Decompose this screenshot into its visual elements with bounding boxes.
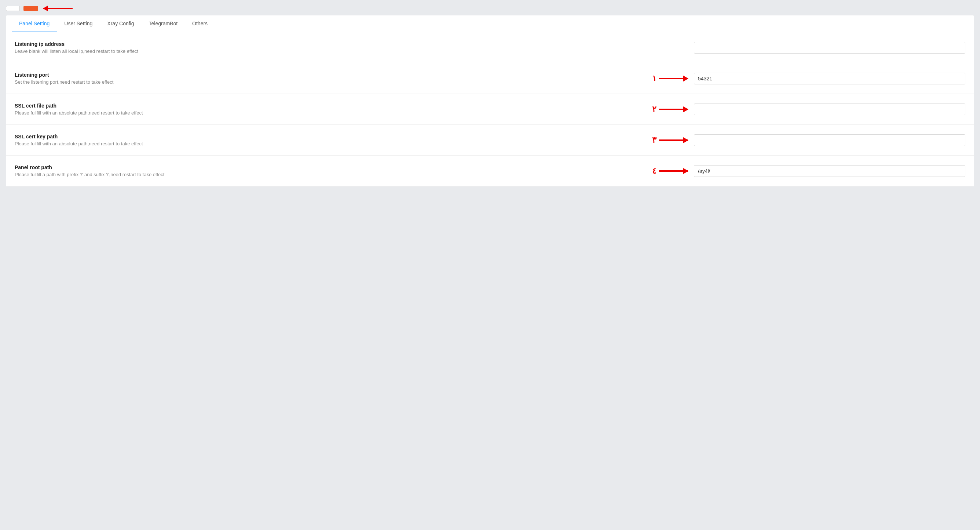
label-group-ssl-key: SSL cert key pathPlease fullfill with an…: [15, 134, 169, 147]
annotation-arrow-panel-root: ٤: [652, 166, 688, 176]
setting-label-listening-port: Listening port: [15, 72, 169, 78]
tab-telegram-bot[interactable]: TelegramBot: [142, 15, 185, 32]
setting-row-listening-ip: Listening ip addressLeave blank will lis…: [6, 32, 974, 63]
arrow-left-icon: [43, 8, 73, 9]
setting-desc-listening-port: Set the listening port,need restart to t…: [15, 79, 169, 85]
setting-label-ssl-key: SSL cert key path: [15, 134, 169, 139]
input-area-ssl-cert: ۲: [169, 104, 965, 115]
setting-row-ssl-cert: SSL cert file pathPlease fullfill with a…: [6, 94, 974, 125]
annotation-num-ssl-key: ۳: [652, 136, 657, 145]
label-group-listening-ip: Listening ip addressLeave blank will lis…: [15, 41, 169, 54]
input-ssl-cert[interactable]: [694, 104, 965, 115]
setting-label-panel-root: Panel root path: [15, 164, 169, 170]
restart-button[interactable]: [24, 6, 38, 11]
setting-label-ssl-cert: SSL cert file path: [15, 103, 169, 109]
top-bar: [6, 6, 974, 11]
setting-label-listening-ip: Listening ip address: [15, 41, 169, 47]
arrow-right-icon-panel-root: [659, 170, 688, 172]
input-listening-port[interactable]: [694, 73, 965, 85]
arrow-right-icon-ssl-cert: [659, 109, 688, 110]
main-card: Panel SettingUser SettingXray ConfigTele…: [6, 15, 974, 187]
arrow-right-icon-listening-port: [659, 78, 688, 79]
label-group-panel-root: Panel root pathPlease fullfill a path wi…: [15, 164, 169, 177]
tab-others[interactable]: Others: [185, 15, 215, 32]
input-panel-root[interactable]: [694, 165, 965, 177]
tab-bar: Panel SettingUser SettingXray ConfigTele…: [6, 15, 974, 32]
input-area-panel-root: ٤: [169, 165, 965, 177]
tab-xray-config[interactable]: Xray Config: [100, 15, 141, 32]
settings-content: Listening ip addressLeave blank will lis…: [6, 32, 974, 187]
input-area-ssl-key: ۳: [169, 134, 965, 146]
save-button[interactable]: [6, 6, 20, 11]
setting-row-listening-port: Listening portSet the listening port,nee…: [6, 63, 974, 94]
label-group-ssl-cert: SSL cert file pathPlease fullfill with a…: [15, 103, 169, 116]
top-annotation-arrow: [43, 8, 77, 9]
tab-panel-setting[interactable]: Panel Setting: [12, 15, 57, 32]
setting-row-panel-root: Panel root pathPlease fullfill a path wi…: [6, 156, 974, 187]
setting-desc-ssl-cert: Please fullfill with an absolute path,ne…: [15, 110, 169, 116]
tab-user-setting[interactable]: User Setting: [57, 15, 100, 32]
setting-desc-panel-root: Please fullfill a path with prefix '/' a…: [15, 172, 169, 177]
annotation-arrow-ssl-key: ۳: [652, 136, 688, 145]
input-listening-ip[interactable]: [694, 42, 965, 54]
input-ssl-key[interactable]: [694, 134, 965, 146]
annotation-arrow-ssl-cert: ۲: [652, 105, 688, 114]
setting-desc-ssl-key: Please fullfill with an absolute path,ne…: [15, 141, 169, 147]
annotation-arrow-listening-port: ۱: [652, 74, 688, 83]
setting-row-ssl-key: SSL cert key pathPlease fullfill with an…: [6, 125, 974, 156]
annotation-num-listening-port: ۱: [652, 74, 657, 83]
setting-desc-listening-ip: Leave blank will listen all local ip,nee…: [15, 48, 169, 54]
label-group-listening-port: Listening portSet the listening port,nee…: [15, 72, 169, 85]
arrow-right-icon-ssl-key: [659, 139, 688, 141]
input-area-listening-ip: [169, 42, 965, 54]
annotation-num-ssl-cert: ۲: [652, 105, 657, 114]
annotation-num-panel-root: ٤: [652, 166, 657, 176]
input-area-listening-port: ۱: [169, 73, 965, 85]
